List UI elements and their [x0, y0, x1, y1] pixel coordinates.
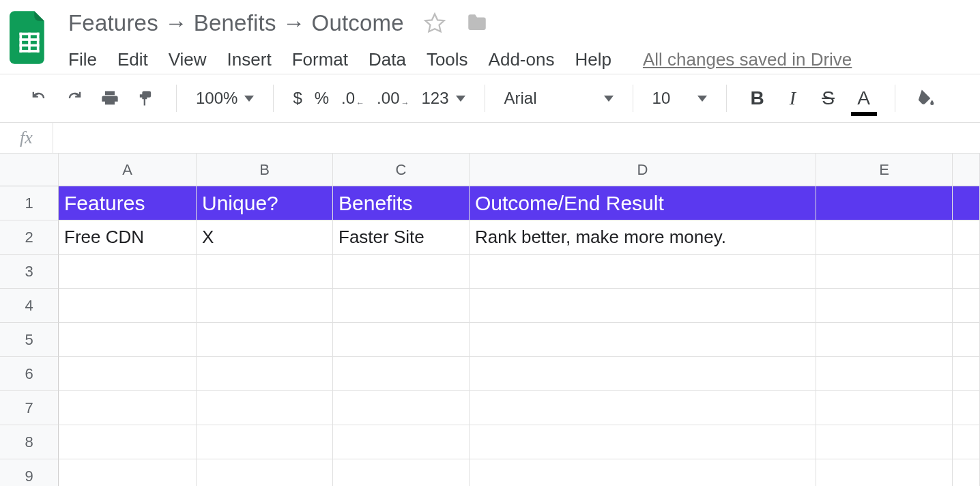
cell-b3[interactable] — [197, 255, 333, 289]
cell-a1[interactable]: Features — [59, 186, 197, 220]
cell-a2[interactable]: Free CDN — [59, 220, 197, 255]
row-header[interactable]: 8 — [0, 425, 59, 459]
cell-e9[interactable] — [816, 459, 953, 486]
cell-e2[interactable] — [816, 220, 953, 255]
column-header-d[interactable]: D — [470, 154, 816, 186]
cell-a7[interactable] — [59, 391, 197, 425]
cell-d9[interactable] — [470, 459, 816, 486]
cell-overflow-6[interactable] — [953, 357, 980, 391]
cell-c5[interactable] — [333, 323, 470, 357]
format-currency[interactable]: $ — [293, 89, 302, 108]
cell-d8[interactable] — [470, 425, 816, 459]
cell-c6[interactable] — [333, 357, 470, 391]
menu-data[interactable]: Data — [369, 49, 406, 70]
cell-b2[interactable]: X — [197, 220, 333, 255]
column-header-a[interactable]: A — [59, 154, 197, 186]
menu-tools[interactable]: Tools — [427, 49, 468, 70]
column-header-overflow[interactable] — [953, 154, 980, 186]
redo-icon[interactable] — [63, 85, 86, 112]
menu-insert[interactable]: Insert — [227, 49, 272, 70]
cell-overflow-1[interactable] — [953, 186, 980, 220]
cell-d6[interactable] — [470, 357, 816, 391]
cell-b7[interactable] — [197, 391, 333, 425]
cell-d5[interactable] — [470, 323, 816, 357]
row-header[interactable]: 1 — [0, 186, 59, 220]
row-header[interactable]: 3 — [0, 255, 59, 289]
save-status[interactable]: All changes saved in Drive — [643, 49, 852, 70]
cell-e7[interactable] — [816, 391, 953, 425]
sheets-logo-icon[interactable] — [10, 11, 49, 64]
row-header[interactable]: 7 — [0, 391, 59, 425]
folder-icon[interactable] — [465, 12, 489, 35]
row-header[interactable]: 9 — [0, 459, 59, 486]
cell-overflow-8[interactable] — [953, 425, 980, 459]
cell-c2[interactable]: Faster Site — [333, 220, 470, 255]
cell-b6[interactable] — [197, 357, 333, 391]
cell-e5[interactable] — [816, 323, 953, 357]
cell-overflow-3[interactable] — [953, 255, 980, 289]
row-header[interactable]: 4 — [0, 289, 59, 323]
decrease-decimal[interactable]: .0 ← — [341, 89, 364, 108]
menu-file[interactable]: File — [68, 49, 97, 70]
cell-d7[interactable] — [470, 391, 816, 425]
format-percent[interactable]: % — [315, 89, 329, 108]
fill-color-button[interactable] — [914, 85, 938, 112]
row-header[interactable]: 6 — [0, 357, 59, 391]
cell-c1[interactable]: Benefits — [333, 186, 470, 220]
cell-c7[interactable] — [333, 391, 470, 425]
cell-c9[interactable] — [333, 459, 470, 486]
row-header[interactable]: 2 — [0, 220, 59, 255]
star-icon[interactable] — [423, 12, 446, 35]
menu-help[interactable]: Help — [575, 49, 611, 70]
cell-a8[interactable] — [59, 425, 197, 459]
undo-icon[interactable] — [27, 85, 51, 112]
select-all-corner[interactable] — [0, 154, 59, 186]
menu-format[interactable]: Format — [292, 49, 348, 70]
cell-b9[interactable] — [197, 459, 333, 486]
cell-c3[interactable] — [333, 255, 470, 289]
cell-d3[interactable] — [470, 255, 816, 289]
formula-input[interactable] — [53, 123, 980, 153]
bold-button[interactable]: B — [746, 85, 769, 112]
cell-overflow-4[interactable] — [953, 289, 980, 323]
row-header[interactable]: 5 — [0, 323, 59, 357]
cell-d4[interactable] — [470, 289, 816, 323]
cell-c8[interactable] — [333, 425, 470, 459]
cell-e4[interactable] — [816, 289, 953, 323]
column-header-e[interactable]: E — [816, 154, 953, 186]
cell-d1[interactable]: Outcome/End Result — [470, 186, 816, 220]
cell-a5[interactable] — [59, 323, 197, 357]
cell-overflow-2[interactable] — [953, 220, 980, 255]
font-size-dropdown[interactable]: 10 — [652, 89, 707, 108]
cell-overflow-9[interactable] — [953, 459, 980, 486]
cell-a6[interactable] — [59, 357, 197, 391]
document-title[interactable]: Features → Benefits → Outcome — [68, 10, 404, 36]
cell-a4[interactable] — [59, 289, 197, 323]
cell-e8[interactable] — [816, 425, 953, 459]
cell-a3[interactable] — [59, 255, 197, 289]
cell-e3[interactable] — [816, 255, 953, 289]
text-color-button[interactable]: A — [852, 85, 876, 112]
paint-format-icon[interactable] — [134, 85, 157, 112]
menu-edit[interactable]: Edit — [117, 49, 148, 70]
cell-c4[interactable] — [333, 289, 470, 323]
italic-button[interactable]: I — [781, 85, 805, 112]
cell-b5[interactable] — [197, 323, 333, 357]
font-family-dropdown[interactable]: Arial — [504, 89, 614, 108]
print-icon[interactable] — [98, 85, 121, 112]
cell-a9[interactable] — [59, 459, 197, 486]
cell-e1[interactable] — [816, 186, 953, 220]
menu-view[interactable]: View — [169, 49, 207, 70]
number-format-dropdown[interactable]: 123 — [421, 89, 465, 108]
cell-overflow-7[interactable] — [953, 391, 980, 425]
increase-decimal[interactable]: .00 → — [377, 89, 409, 108]
strikethrough-button[interactable]: S — [817, 85, 840, 112]
menu-addons[interactable]: Add-ons — [489, 49, 555, 70]
zoom-dropdown[interactable]: 100% — [196, 89, 254, 108]
cell-overflow-5[interactable] — [953, 323, 980, 357]
column-header-b[interactable]: B — [197, 154, 333, 186]
cell-b4[interactable] — [197, 289, 333, 323]
cell-b1[interactable]: Unique? — [197, 186, 333, 220]
cell-e6[interactable] — [816, 357, 953, 391]
column-header-c[interactable]: C — [333, 154, 470, 186]
